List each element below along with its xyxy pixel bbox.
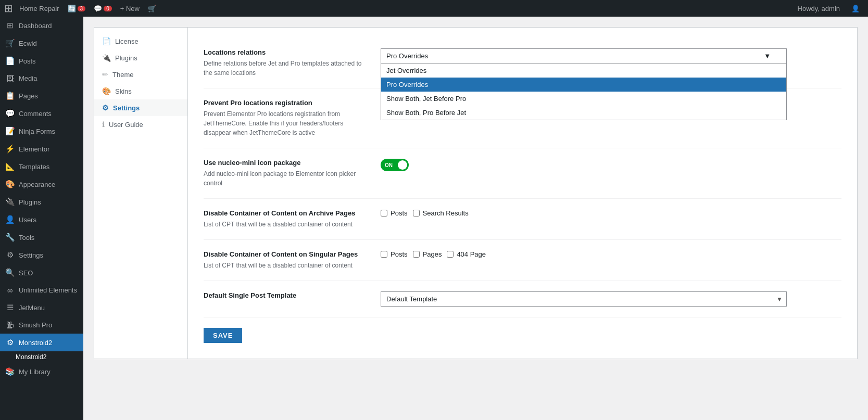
- sidebar-item-plugins[interactable]: 🔌 Plugins: [0, 193, 83, 211]
- archive-posts-label: Posts: [391, 209, 408, 217]
- default-single-post-row: Default Single Post Template Default Tem…: [204, 281, 841, 317]
- subnav-plugins[interactable]: 🔌 Plugins: [94, 49, 187, 66]
- subnav-license[interactable]: 📄 License: [94, 33, 187, 49]
- store-icon-link[interactable]: 🛒: [144, 0, 160, 17]
- monstroid2-icon: ⚙: [5, 338, 15, 347]
- archive-posts-checkbox-item: Posts: [381, 209, 408, 217]
- sidebar-item-monstroid2[interactable]: ⚙ Monstroid2: [0, 334, 83, 351]
- option-pro-overrides[interactable]: Pro Overrides: [381, 78, 786, 92]
- subnav-settings[interactable]: ⚙ Settings: [94, 99, 187, 116]
- sidebar-item-posts[interactable]: 📄 Posts: [0, 52, 83, 70]
- new-content-link[interactable]: + New: [116, 0, 144, 17]
- option-jet-overrides[interactable]: Jet Overrides: [381, 63, 786, 78]
- settings-icon: ⚙: [5, 250, 15, 260]
- sidebar-item-appearance[interactable]: 🎨 Appearance: [0, 175, 83, 193]
- sidebar-item-comments[interactable]: 💬 Comments: [0, 105, 83, 122]
- smush-pro-icon: 🗜: [5, 321, 15, 329]
- jetmenu-icon: ☰: [5, 303, 15, 312]
- sidebar-item-ecwid[interactable]: 🛒 Ecwid: [0, 34, 83, 52]
- main-content: 📄 License 🔌 Plugins ✏ Theme 🎨 Skins: [83, 17, 868, 420]
- disable-singular-desc: List of CPT that will be a disabled cont…: [204, 261, 370, 270]
- nucleo-desc: Add nucleo-mini icon package to Elemento…: [204, 169, 370, 188]
- locations-relations-desc: Define relations before Jet and Pro temp…: [204, 59, 370, 78]
- save-row: SAVE: [204, 317, 841, 348]
- sidebar-item-pages[interactable]: 📋 Pages: [0, 87, 83, 105]
- disable-singular-row: Disable Container of Content on Singular…: [204, 240, 841, 281]
- elementor-icon: ⚡: [5, 144, 15, 154]
- comments-link[interactable]: 💬 0: [90, 0, 116, 17]
- my-library-icon: 📚: [5, 367, 15, 376]
- theme-icon: ✏: [102, 70, 108, 79]
- subnav-skins[interactable]: 🎨 Skins: [94, 83, 187, 99]
- sidebar-item-smush-pro[interactable]: 🗜 Smush Pro: [0, 316, 83, 334]
- disable-singular-control: Posts Pages 404 Page: [381, 250, 841, 258]
- comments-nav-icon: 💬: [5, 109, 15, 118]
- archive-posts-checkbox[interactable]: [381, 210, 387, 217]
- toggle-on-label: ON: [385, 162, 393, 168]
- default-single-post-control: Default Template ▼: [381, 291, 841, 307]
- sidebar-item-jetmenu[interactable]: ☰ JetMenu: [0, 299, 83, 316]
- wp-logo-icon[interactable]: ⊞: [4, 2, 13, 15]
- updates-link[interactable]: 🔄 3: [64, 0, 90, 17]
- posts-icon: 📄: [5, 56, 15, 66]
- sub-nav: 📄 License 🔌 Plugins ✏ Theme 🎨 Skins: [94, 28, 188, 359]
- sidebar-item-users[interactable]: 👤 Users: [0, 211, 83, 228]
- settings-content-area: Locations relations Define relations bef…: [188, 28, 857, 359]
- disable-archive-row: Disable Container of Content on Archive …: [204, 199, 841, 240]
- disable-singular-label: Disable Container of Content on Singular…: [204, 250, 370, 258]
- skins-icon: 🎨: [102, 87, 111, 95]
- disable-archive-label: Disable Container of Content on Archive …: [204, 209, 370, 217]
- admin-avatar[interactable]: 👤: [847, 5, 864, 12]
- sidebar-item-ninja-forms[interactable]: 📝 Ninja Forms: [0, 122, 83, 140]
- seo-icon: 🔍: [5, 268, 15, 277]
- sidebar-item-tools[interactable]: 🔧 Tools: [0, 228, 83, 246]
- singular-pages-checkbox[interactable]: [413, 251, 420, 258]
- nucleo-label: Use nucleo-mini icon package: [204, 159, 370, 167]
- sidebar-item-settings[interactable]: ⚙ Settings: [0, 246, 83, 264]
- dashboard-icon: ⊞: [5, 21, 15, 30]
- sidebar-item-media[interactable]: 🖼 Media: [0, 70, 83, 87]
- updates-icon: 🔄: [68, 5, 76, 12]
- license-icon: 📄: [102, 37, 111, 45]
- sidebar-item-dashboard[interactable]: ⊞ Dashboard: [0, 17, 83, 34]
- sidebar-item-seo[interactable]: 🔍 SEO: [0, 264, 83, 282]
- media-icon: 🖼: [5, 74, 15, 83]
- site-name-link[interactable]: Home Repair: [15, 0, 64, 17]
- option-show-both-pro-before-jet[interactable]: Show Both, Pro Before Jet: [381, 106, 786, 120]
- sidebar-item-unlimited-elements[interactable]: ∞ Unlimited Elements: [0, 282, 83, 299]
- archive-search-checkbox[interactable]: [413, 210, 420, 217]
- nucleo-toggle[interactable]: ON: [381, 159, 409, 171]
- singular-404-checkbox[interactable]: [447, 251, 454, 258]
- user-guide-icon: ℹ: [102, 120, 105, 129]
- subnav-user-guide[interactable]: ℹ User Guide: [94, 116, 187, 133]
- archive-search-label: Search Results: [423, 209, 469, 217]
- sidebar-item-my-library[interactable]: 📚 My Library: [0, 363, 83, 380]
- users-icon: 👤: [5, 215, 15, 224]
- singular-404-label: 404 Page: [457, 250, 486, 258]
- sidebar-item-templates[interactable]: 📐 Templates: [0, 158, 83, 175]
- locations-dropdown-container: Pro Overrides ▼ Jet Overrides Pro Overri…: [381, 48, 787, 63]
- default-template-dropdown-wrapper: Default Template ▼: [381, 291, 787, 307]
- admin-bar: ⊞ Home Repair 🔄 3 💬 0 + New 🛒 Howdy, adm…: [0, 0, 868, 17]
- locations-dropdown-options: Jet Overrides Pro Overrides Show Both, J…: [381, 63, 787, 120]
- dropdown-arrow-icon: ▼: [764, 52, 771, 60]
- locations-relations-control: Pro Overrides ▼ Jet Overrides Pro Overri…: [381, 48, 841, 63]
- subnav-settings-icon: ⚙: [102, 104, 109, 112]
- disable-archive-desc: List of CPT that will be a disabled cont…: [204, 220, 370, 229]
- save-button[interactable]: SAVE: [204, 328, 242, 343]
- default-single-post-label: Default Single Post Template: [204, 291, 370, 299]
- appearance-icon: 🎨: [5, 180, 15, 189]
- plugins-icon: 🔌: [5, 197, 15, 207]
- singular-posts-checkbox-item: Posts: [381, 250, 408, 258]
- prevent-pro-desc: Prevent Elementor Pro locations registra…: [204, 109, 370, 137]
- default-template-dropdown[interactable]: Default Template: [381, 291, 787, 307]
- locations-dropdown-display[interactable]: Pro Overrides ▼: [381, 48, 787, 63]
- option-show-both-jet-before-pro[interactable]: Show Both, Jet Before Pro: [381, 92, 786, 106]
- sidebar: ⊞ Dashboard 🛒 Ecwid 📄 Posts 🖼 Media 📋 Pa…: [0, 17, 83, 420]
- singular-posts-checkbox[interactable]: [381, 251, 387, 258]
- sidebar-sub-monstroid2-label[interactable]: Monstroid2: [0, 351, 83, 363]
- sidebar-item-elementor[interactable]: ⚡ Elementor: [0, 140, 83, 158]
- unlimited-elements-icon: ∞: [5, 286, 15, 295]
- subnav-theme[interactable]: ✏ Theme: [94, 66, 187, 83]
- admin-bar-right: Howdy, admin 👤: [794, 5, 864, 12]
